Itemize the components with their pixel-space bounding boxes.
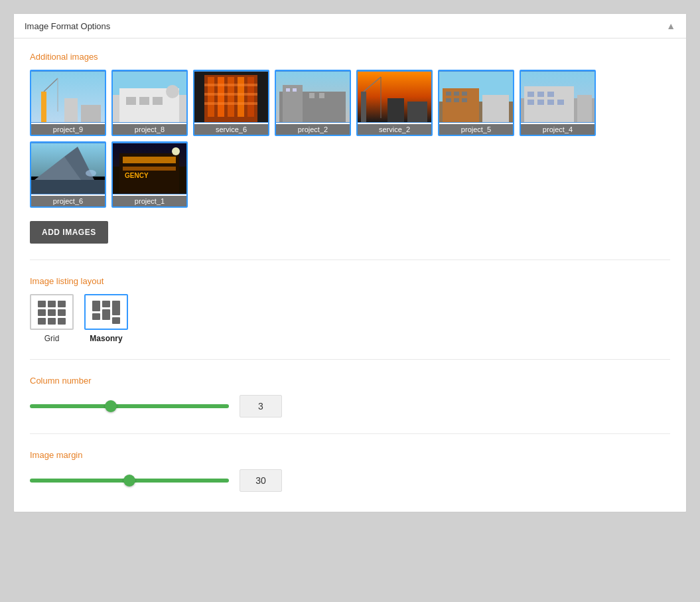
svg-rect-45 — [482, 95, 509, 122]
column-number-label: Column number — [30, 376, 670, 386]
image-thumb-service_6[interactable]: service_6 — [193, 70, 269, 136]
svg-text:GENCY: GENCY — [125, 172, 149, 179]
svg-rect-9 — [126, 97, 136, 105]
svg-rect-27 — [293, 88, 297, 92]
svg-rect-70 — [38, 301, 46, 307]
image-format-options-panel: Image Format Options ▲ Additional images… — [13, 13, 687, 512]
divider-2 — [30, 359, 670, 360]
svg-rect-29 — [319, 93, 324, 98]
images-grid: project_9 project_8 service_6 project_2 — [30, 70, 670, 208]
layout-option-masonry[interactable]: Masonry — [84, 294, 128, 343]
svg-rect-81 — [112, 301, 120, 315]
image-label-project_8: project_8 — [113, 124, 186, 135]
image-inner-project_4 — [521, 71, 595, 123]
svg-rect-10 — [139, 97, 149, 105]
image-thumb-project_9[interactable]: project_9 — [30, 70, 106, 136]
image-thumb-project_4[interactable]: project_4 — [520, 70, 596, 136]
svg-rect-15 — [208, 77, 214, 117]
svg-rect-71 — [48, 301, 56, 307]
divider-3 — [30, 433, 670, 434]
column-number-value: 3 — [240, 395, 282, 417]
svg-rect-49 — [527, 92, 534, 97]
svg-rect-67 — [123, 167, 176, 171]
svg-rect-11 — [153, 97, 163, 105]
column-number-section: Column number 3 — [30, 376, 670, 417]
svg-rect-51 — [547, 92, 554, 97]
image-thumb-project_5[interactable]: project_5 — [438, 70, 514, 136]
panel-header: Image Format Options ▲ — [14, 14, 686, 38]
svg-rect-54 — [547, 100, 554, 105]
image-margin-label: Image margin — [30, 450, 670, 460]
svg-rect-75 — [58, 309, 66, 316]
layout-section: Image listing layout — [30, 276, 670, 343]
svg-rect-16 — [218, 77, 224, 117]
column-number-slider[interactable] — [30, 404, 229, 408]
svg-rect-22 — [204, 102, 257, 105]
image-margin-slider[interactable] — [30, 479, 229, 483]
svg-rect-53 — [537, 100, 544, 105]
panel-collapse-button[interactable]: ▲ — [666, 21, 675, 31]
image-margin-value: 30 — [240, 469, 282, 492]
masonry-icon-box[interactable] — [84, 294, 128, 330]
svg-rect-4 — [64, 98, 78, 122]
svg-rect-34 — [387, 98, 404, 122]
grid-icon-box[interactable] — [30, 294, 74, 330]
add-images-button[interactable]: ADD IMAGES — [30, 221, 108, 244]
panel-title: Image Format Options — [25, 21, 110, 31]
svg-rect-72 — [58, 301, 66, 307]
svg-rect-26 — [286, 88, 290, 92]
svg-rect-56 — [577, 95, 592, 122]
image-inner-project_8 — [113, 71, 186, 123]
svg-rect-28 — [309, 93, 315, 98]
image-inner-project_9 — [31, 71, 105, 123]
svg-point-12 — [166, 85, 179, 98]
image-label-project_6: project_6 — [31, 196, 105, 206]
grid-label: Grid — [44, 334, 60, 343]
svg-rect-82 — [92, 313, 100, 320]
svg-rect-5 — [81, 105, 101, 122]
svg-rect-50 — [537, 92, 544, 97]
image-thumb-service_2[interactable]: service_2 — [356, 70, 433, 136]
layout-option-grid[interactable]: Grid — [30, 294, 74, 343]
image-label-project_5: project_5 — [439, 124, 513, 135]
divider-1 — [30, 260, 670, 260]
svg-rect-39 — [446, 92, 451, 96]
svg-point-69 — [172, 147, 180, 155]
masonry-icon — [91, 299, 121, 325]
svg-rect-42 — [446, 98, 451, 102]
layout-options: Grid Masonry — [30, 294, 670, 343]
svg-rect-74 — [48, 309, 56, 316]
additional-images-label: Additional images — [30, 52, 670, 62]
svg-rect-78 — [58, 318, 66, 325]
svg-rect-43 — [454, 98, 459, 102]
image-thumb-project_1[interactable]: GENCY project_1 — [111, 141, 188, 208]
image-thumb-project_2[interactable]: project_2 — [275, 70, 351, 136]
image-thumb-project_8[interactable]: project_8 — [111, 70, 188, 136]
image-margin-section: Image margin 30 — [30, 450, 670, 492]
masonry-label: Masonry — [90, 334, 122, 343]
column-number-slider-row: 3 — [30, 395, 670, 417]
svg-rect-20 — [204, 84, 257, 86]
svg-rect-44 — [462, 98, 467, 102]
svg-rect-31 — [361, 92, 366, 122]
svg-rect-35 — [407, 102, 427, 122]
svg-rect-40 — [454, 92, 459, 96]
svg-rect-52 — [527, 100, 534, 105]
grid-icon — [36, 299, 67, 325]
image-thumb-project_6[interactable]: project_6 — [30, 141, 106, 208]
image-label-project_4: project_4 — [521, 124, 595, 135]
svg-rect-76 — [38, 318, 46, 325]
image-inner-project_1: GENCY — [113, 143, 186, 194]
image-label-project_1: project_1 — [113, 196, 186, 206]
svg-rect-55 — [557, 100, 564, 105]
svg-point-62 — [86, 170, 96, 177]
svg-rect-19 — [247, 77, 254, 117]
image-label-service_6: service_6 — [194, 124, 268, 135]
svg-rect-66 — [123, 157, 176, 163]
image-inner-project_5 — [439, 71, 513, 123]
svg-rect-79 — [92, 301, 100, 311]
svg-rect-80 — [102, 301, 110, 307]
image-label-project_9: project_9 — [31, 124, 105, 135]
svg-rect-1 — [41, 92, 46, 122]
image-margin-slider-row: 30 — [30, 469, 670, 492]
